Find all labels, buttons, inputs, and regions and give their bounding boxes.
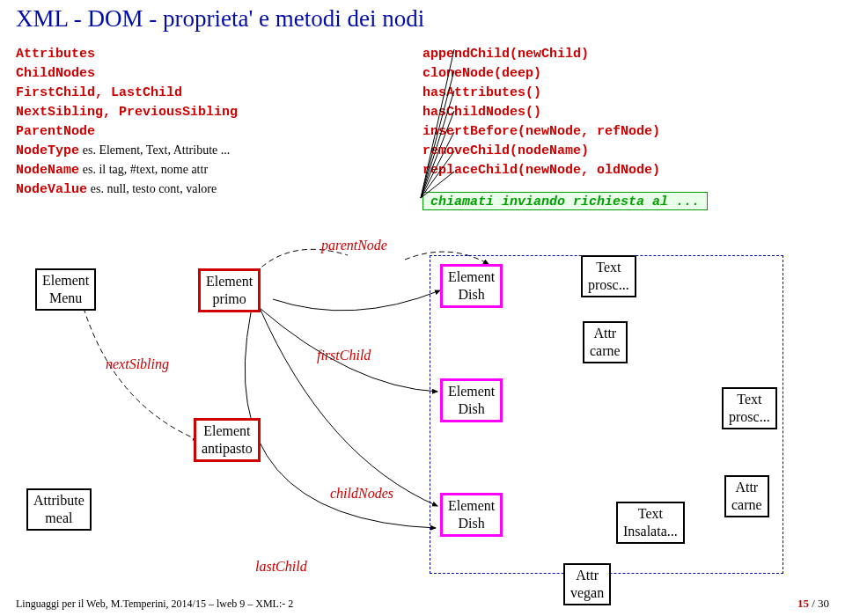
node-label-top: Element xyxy=(202,422,253,440)
page-title: XML - DOM - proprieta' e metodi dei nodi xyxy=(16,5,424,33)
node-element-dish1: Element Dish xyxy=(440,264,503,308)
node-label-bottom: Dish xyxy=(448,515,495,532)
prop-nodename-ex: es. il tag, #text, nome attr xyxy=(83,163,208,176)
prop-nodename: NodeName xyxy=(16,163,79,178)
footer-text: Linguaggi per il Web, M.Temperini, 2014/… xyxy=(16,598,293,611)
node-text-prosc1: Text prosc... xyxy=(581,255,636,297)
node-label-bottom: prosc... xyxy=(588,276,629,294)
node-attr-vegan: Attr vegan xyxy=(563,563,611,605)
method-haschild: hasChildNodes() xyxy=(422,105,541,120)
node-element-menu: Element Menu xyxy=(35,268,96,311)
method-hasattr: hasAttributes() xyxy=(422,85,541,100)
node-label-top: Element xyxy=(448,383,495,400)
prop-childnodes: ChildNodes xyxy=(16,66,95,81)
node-label-top: Attr xyxy=(590,325,621,342)
node-label-top: Text xyxy=(729,391,770,408)
dom-properties: Attributes ChildNodes FirstChild, LastCh… xyxy=(16,44,238,199)
prop-parentnode: ParentNode xyxy=(16,124,95,139)
page-current: 15 xyxy=(797,597,809,610)
method-remove: removeChild(nodeName) xyxy=(422,143,589,158)
dom-methods: appendChild(newChild) cloneNode(deep) ha… xyxy=(422,44,660,180)
node-label-top: Element xyxy=(448,497,495,515)
node-label-bottom: Dish xyxy=(448,400,495,418)
page-number: 15 / 30 xyxy=(797,597,829,611)
method-append: appendChild(newChild) xyxy=(422,47,589,62)
label-lastchild: lastChild xyxy=(255,559,307,575)
prop-firstlast: FirstChild, LastChild xyxy=(16,85,182,100)
node-label-bottom: carne xyxy=(590,342,621,360)
node-attr-carne2: Attr carne xyxy=(724,475,769,517)
label-parentnode: parentNode xyxy=(321,238,387,253)
node-label-top: Element xyxy=(42,272,89,290)
prop-nextprev: NextSibling, PreviousSibling xyxy=(16,105,238,120)
node-attr-carne1: Attr carne xyxy=(583,321,628,363)
node-element-dish3: Element Dish xyxy=(440,493,503,537)
label-nextsibling: nextSibling xyxy=(106,356,169,372)
prop-nodetype-ex: es. Element, Text, Attribute ... xyxy=(83,143,231,157)
prop-attributes: Attributes xyxy=(16,47,95,62)
node-label-top: Element xyxy=(448,268,495,286)
node-label-bottom: vegan xyxy=(570,584,604,602)
prop-nodevalue-ex: es. null, testo cont, valore xyxy=(91,182,217,195)
node-label-bottom: primo xyxy=(206,290,253,308)
label-childnodes: childNodes xyxy=(330,486,393,502)
node-label-top: Text xyxy=(623,505,678,523)
prop-nodevalue: NodeValue xyxy=(16,182,87,197)
node-element-primo: Element primo xyxy=(198,268,261,312)
method-replace: replaceChild(newNode, oldNode) xyxy=(422,163,660,178)
node-label-bottom: Dish xyxy=(448,286,495,304)
node-text-insalata: Text Insalata... xyxy=(616,502,685,544)
node-label-bottom: prosc... xyxy=(729,408,770,426)
node-element-dish2: Element Dish xyxy=(440,378,503,422)
node-label-top: Attr xyxy=(731,479,762,496)
node-label-bottom: meal xyxy=(33,510,84,527)
node-label-top: Attr xyxy=(570,567,604,584)
label-firstchild: firstChild xyxy=(317,348,371,363)
node-label-top: Element xyxy=(206,273,253,290)
node-label-bottom: Menu xyxy=(42,290,89,307)
node-label-bottom: Insalata... xyxy=(623,523,678,540)
node-element-antipasto: Element antipasto xyxy=(194,418,261,462)
note-text: chiamati inviando richiesta al ... xyxy=(423,191,707,213)
method-clone: cloneNode(deep) xyxy=(422,66,541,81)
node-attribute-meal: Attribute meal xyxy=(26,488,92,531)
page-total: / 30 xyxy=(812,597,829,610)
prop-nodetype: NodeType xyxy=(16,143,79,158)
method-insert: insertBefore(newNode, refNode) xyxy=(422,124,660,139)
node-label-top: Text xyxy=(588,259,629,276)
note-box: chiamati inviando richiesta al ... xyxy=(422,192,708,210)
node-text-prosc2: Text prosc... xyxy=(722,387,777,429)
node-label-bottom: antipasto xyxy=(202,440,253,458)
node-label-top: Attribute xyxy=(33,492,84,510)
node-label-bottom: carne xyxy=(731,496,762,514)
